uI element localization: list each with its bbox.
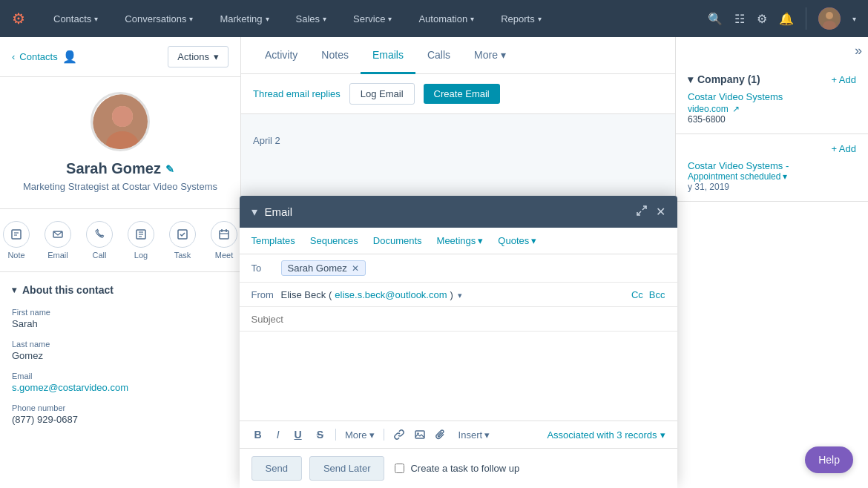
settings-icon[interactable]: ⚙ bbox=[757, 12, 767, 26]
avatar-chevron-icon[interactable]: ▾ bbox=[852, 15, 856, 23]
format-separator-2 bbox=[384, 429, 384, 441]
follow-up-checkbox-label[interactable]: Create a task to follow up bbox=[395, 463, 519, 474]
company-name-link[interactable]: Costar Video Systems bbox=[688, 91, 856, 102]
send-later-button[interactable]: Send Later bbox=[309, 456, 385, 481]
templates-tool[interactable]: Templates bbox=[251, 235, 295, 246]
meetings-tool[interactable]: Meetings ▾ bbox=[437, 235, 484, 246]
company-add-link[interactable]: + Add bbox=[831, 74, 856, 85]
meet-action-button[interactable]: Meet bbox=[211, 221, 237, 260]
link-icon[interactable] bbox=[393, 429, 405, 441]
task-label: Task bbox=[174, 251, 191, 260]
help-button[interactable]: Help bbox=[805, 446, 853, 473]
italic-button[interactable]: I bbox=[274, 427, 283, 442]
nav-item-marketing[interactable]: Marketing ▾ bbox=[215, 10, 273, 27]
cc-link[interactable]: Cc bbox=[631, 289, 643, 300]
about-header[interactable]: ▾ About this contact bbox=[12, 284, 228, 296]
attachment-icon[interactable] bbox=[435, 429, 447, 441]
deals-section: + Add Costar Video Systems - Appointment… bbox=[676, 134, 868, 202]
nav-item-reports[interactable]: Reports ▾ bbox=[496, 10, 546, 27]
from-paren: ( bbox=[329, 289, 332, 300]
nav-item-service[interactable]: Service ▾ bbox=[349, 10, 396, 27]
chevron-down-icon: ▾ bbox=[660, 429, 665, 441]
deals-add-link[interactable]: + Add bbox=[831, 143, 856, 154]
to-recipient-tag[interactable]: Sarah Gomez ✕ bbox=[281, 260, 366, 276]
create-email-button[interactable]: Create Email bbox=[424, 84, 500, 104]
deal-date: y 31, 2019 bbox=[688, 182, 856, 192]
search-icon[interactable]: 🔍 bbox=[708, 12, 723, 26]
associated-records-link[interactable]: Associated with 3 records ▾ bbox=[547, 429, 665, 441]
right-panel: » ▾ Company (1) + Add Costar Video Syste… bbox=[675, 37, 868, 488]
contact-avatar bbox=[91, 92, 150, 151]
top-navigation: ⚙ Contacts ▾ Conversations ▾ Marketing ▾… bbox=[0, 0, 868, 37]
more-format-button[interactable]: More ▾ bbox=[345, 429, 375, 441]
follow-up-checkbox[interactable] bbox=[395, 464, 404, 473]
subject-input[interactable] bbox=[251, 314, 665, 325]
from-email-link[interactable]: elise.s.beck@outlook.com bbox=[335, 289, 447, 300]
chevron-down-icon: ▾ bbox=[470, 15, 474, 23]
back-to-contacts-button[interactable]: ‹ Contacts 👤 bbox=[12, 50, 77, 64]
tab-more[interactable]: More ▾ bbox=[462, 37, 518, 74]
edit-icon[interactable]: ✎ bbox=[165, 163, 174, 175]
chevron-down-icon: ▾ bbox=[501, 49, 506, 61]
apps-icon[interactable]: ☷ bbox=[734, 12, 745, 26]
chevron-down-icon: ▾ bbox=[94, 15, 98, 23]
company-website: video.com ↗ bbox=[688, 104, 856, 114]
email-label: Email bbox=[47, 251, 68, 260]
nav-item-conversations[interactable]: Conversations ▾ bbox=[120, 10, 197, 27]
task-action-button[interactable]: Task bbox=[169, 221, 196, 260]
left-panel-header: ‹ Contacts 👤 Actions ▾ bbox=[0, 37, 240, 77]
nav-item-automation[interactable]: Automation ▾ bbox=[414, 10, 479, 27]
thread-email-replies-link[interactable]: Thread email replies bbox=[253, 88, 341, 99]
tab-notes[interactable]: Notes bbox=[309, 37, 361, 74]
compose-expand-icon[interactable] bbox=[637, 205, 647, 219]
log-email-button[interactable]: Log Email bbox=[349, 83, 415, 105]
deal-name-link[interactable]: Costar Video Systems - bbox=[688, 160, 856, 171]
tab-calls[interactable]: Calls bbox=[415, 37, 462, 74]
company-section-title[interactable]: ▾ Company (1) bbox=[688, 73, 760, 85]
send-button[interactable]: Send bbox=[251, 456, 302, 481]
compose-tools-bar: Templates Sequences Documents Meetings ▾… bbox=[240, 228, 677, 254]
chevron-down-icon: ▾ bbox=[478, 235, 483, 246]
call-action-button[interactable]: Call bbox=[86, 221, 113, 260]
note-label: Note bbox=[7, 251, 24, 260]
strikethrough-button[interactable]: S bbox=[314, 427, 326, 442]
insert-button[interactable]: Insert ▾ bbox=[458, 429, 490, 441]
from-dropdown-icon[interactable]: ▾ bbox=[458, 291, 462, 300]
email-action-button[interactable]: Email bbox=[45, 221, 71, 260]
tab-activity[interactable]: Activity bbox=[253, 37, 309, 74]
compose-minimize-icon[interactable]: ▾ bbox=[251, 205, 257, 219]
image-icon[interactable] bbox=[414, 429, 426, 441]
bcc-link[interactable]: Bcc bbox=[649, 289, 665, 300]
nav-divider bbox=[806, 7, 806, 30]
actions-button[interactable]: Actions ▾ bbox=[168, 46, 228, 67]
compose-close-icon[interactable]: ✕ bbox=[656, 205, 665, 219]
chevron-down-icon: ▾ bbox=[12, 285, 16, 295]
compose-body[interactable] bbox=[240, 332, 677, 421]
note-action-button[interactable]: Note bbox=[3, 221, 30, 260]
documents-tool[interactable]: Documents bbox=[373, 235, 422, 246]
underline-button[interactable]: U bbox=[292, 427, 305, 442]
subject-field[interactable] bbox=[240, 307, 677, 332]
nav-item-contacts[interactable]: Contacts ▾ bbox=[49, 10, 102, 27]
email-actions-bar: Thread email replies Log Email Create Em… bbox=[241, 74, 675, 114]
sequences-tool[interactable]: Sequences bbox=[310, 235, 358, 246]
from-paren-close: ) bbox=[450, 289, 453, 300]
user-avatar[interactable] bbox=[818, 7, 841, 30]
notifications-icon[interactable]: 🔔 bbox=[779, 12, 794, 26]
compose-title: ▾ Email bbox=[251, 205, 293, 219]
remove-recipient-icon[interactable]: ✕ bbox=[352, 263, 359, 274]
collapse-icon[interactable]: » bbox=[855, 43, 862, 59]
external-link-icon: ↗ bbox=[732, 104, 740, 114]
from-field: From Elise Beck ( elise.s.beck@outlook.c… bbox=[240, 283, 677, 307]
cc-bcc-links: Cc Bcc bbox=[631, 289, 665, 300]
chevron-down-icon: ▾ bbox=[214, 51, 219, 62]
hubspot-logo[interactable]: ⚙ bbox=[12, 10, 25, 27]
contact-name: Sarah Gomez ✎ bbox=[15, 160, 226, 177]
nav-item-sales[interactable]: Sales ▾ bbox=[292, 10, 332, 27]
bold-button[interactable]: B bbox=[251, 427, 265, 442]
deal-status[interactable]: Appointment scheduled ▾ bbox=[688, 171, 856, 182]
chevron-down-icon: ▾ bbox=[369, 429, 375, 441]
quotes-tool[interactable]: Quotes ▾ bbox=[498, 235, 536, 246]
tab-emails[interactable]: Emails bbox=[361, 37, 415, 74]
log-action-button[interactable]: Log bbox=[128, 221, 154, 260]
